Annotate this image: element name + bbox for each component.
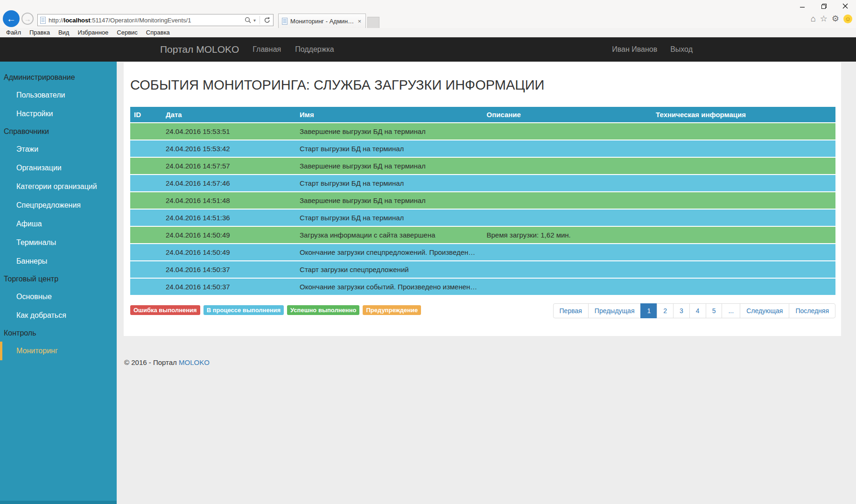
home-icon[interactable]: ⌂ bbox=[811, 14, 816, 24]
table-row: 24.04.2016 15:53:42Старт выгрузки БД на … bbox=[130, 140, 835, 157]
sidebar-section-header: Справочники bbox=[0, 123, 117, 140]
menu-item-Справка[interactable]: Справка bbox=[142, 29, 174, 36]
cell-description bbox=[483, 140, 652, 157]
cell-date: 24.04.2016 14:50:49 bbox=[162, 244, 296, 260]
cell-description bbox=[483, 244, 652, 260]
cell-date: 24.04.2016 15:53:51 bbox=[162, 123, 296, 140]
sidebar-section-header: Торговый центр bbox=[0, 271, 117, 287]
browser-tab[interactable]: Мониторинг - Администр... × bbox=[278, 14, 366, 28]
sidebar-item-Мониторинг[interactable]: Мониторинг bbox=[0, 342, 117, 360]
cell-description bbox=[483, 210, 652, 226]
cell-name: Старт выгрузки БД на терминал bbox=[296, 210, 483, 226]
nav-link-Главная[interactable]: Главная bbox=[246, 45, 288, 54]
search-dropdown-icon[interactable]: ▾ bbox=[253, 18, 256, 23]
sidebar-item-Настройки[interactable]: Настройки bbox=[0, 105, 117, 123]
sidebar-section-header: Администрирование bbox=[0, 69, 117, 86]
gear-icon[interactable]: ⚙ bbox=[832, 14, 839, 24]
main-content: СОБЫТИЯ МОНИТОРИНГА: СЛУЖБА ЗАГРУЗКИ ИНФ… bbox=[117, 62, 856, 504]
refresh-icon[interactable] bbox=[264, 17, 271, 24]
column-header-Имя: Имя bbox=[296, 107, 483, 122]
sidebar-section-header: Контроль bbox=[0, 325, 117, 342]
cell-description bbox=[483, 158, 652, 174]
sidebar-item-Организации[interactable]: Организации bbox=[0, 159, 117, 177]
table-row: 24.04.2016 14:50:37Старт загрузки спецпр… bbox=[130, 261, 835, 278]
sidebar-item-Категории организаций[interactable]: Категории организаций bbox=[0, 177, 117, 196]
url-bar[interactable]: http://localhost:51147/Operator#/Monitor… bbox=[37, 14, 274, 26]
status-legend: Ошибка выполненияВ процессе выполненияУс… bbox=[130, 305, 421, 315]
brand[interactable]: Портал MOLOKO bbox=[160, 44, 239, 55]
menu-item-Правка[interactable]: Правка bbox=[25, 29, 54, 36]
cell-date: 24.04.2016 14:51:48 bbox=[162, 192, 296, 209]
cell-tech bbox=[652, 192, 835, 209]
cell-description: Время загрузки: 1,62 мин. bbox=[483, 227, 652, 243]
pagination-button-Первая[interactable]: Первая bbox=[553, 303, 589, 318]
cell-tech bbox=[652, 244, 835, 260]
pagination-button-Последняя[interactable]: Последняя bbox=[789, 303, 835, 318]
cell-id bbox=[130, 279, 162, 295]
cell-tech bbox=[652, 279, 835, 295]
footer-brand-link[interactable]: MOLOKO bbox=[179, 358, 210, 366]
menu-item-Избранное[interactable]: Избранное bbox=[73, 29, 112, 36]
cell-date: 24.04.2016 15:53:42 bbox=[162, 140, 296, 157]
cell-id bbox=[130, 175, 162, 191]
forward-icon[interactable]: → bbox=[21, 13, 34, 25]
sidebar-item-Этажи[interactable]: Этажи bbox=[0, 140, 117, 159]
logout-link[interactable]: Выход bbox=[664, 45, 699, 54]
pagination-button-5[interactable]: 5 bbox=[706, 303, 723, 318]
new-tab-button[interactable] bbox=[367, 17, 379, 28]
sidebar-item-Терминалы[interactable]: Терминалы bbox=[0, 233, 117, 252]
menu-item-Сервис[interactable]: Сервис bbox=[112, 29, 142, 36]
browser-titlebar bbox=[0, 0, 856, 12]
menu-item-Вид[interactable]: Вид bbox=[54, 29, 74, 36]
page-icon bbox=[40, 17, 46, 24]
nav-link-Поддержка[interactable]: Поддержка bbox=[288, 45, 341, 54]
pagination-button-...[interactable]: ... bbox=[722, 303, 740, 318]
table-row: 24.04.2016 14:51:48Завершение выгрузки Б… bbox=[130, 192, 835, 209]
menu-item-Файл[interactable]: Файл bbox=[2, 29, 25, 36]
cell-id bbox=[130, 158, 162, 174]
pagination-button-Следующая[interactable]: Следующая bbox=[740, 303, 789, 318]
pagination-button-3[interactable]: 3 bbox=[673, 303, 690, 318]
cell-date: 24.04.2016 14:51:36 bbox=[162, 210, 296, 226]
sidebar-item-Как добраться[interactable]: Как добраться bbox=[0, 306, 117, 325]
user-name-link[interactable]: Иван Иванов bbox=[605, 45, 664, 54]
sidebar-item-Пользователи[interactable]: Пользователи bbox=[0, 86, 117, 105]
favorites-star-icon[interactable]: ☆ bbox=[820, 14, 828, 24]
pagination: ПерваяПредыдущая12345...СледующаяПоследн… bbox=[553, 303, 835, 318]
pagination-button-2[interactable]: 2 bbox=[657, 303, 674, 318]
cell-name: Окончание загрузки спецпредложений. Прои… bbox=[296, 244, 483, 260]
back-icon[interactable]: ← bbox=[3, 10, 20, 27]
sidebar-item-Спецпредложения[interactable]: Спецпредложения bbox=[0, 196, 117, 215]
restore-icon[interactable] bbox=[813, 0, 835, 12]
search-icon[interactable] bbox=[245, 17, 252, 24]
pagination-button-Предыдущая[interactable]: Предыдущая bbox=[588, 303, 641, 318]
url-text: http://localhost:51147/Operator#/Monitor… bbox=[49, 17, 245, 24]
pagination-button-4[interactable]: 4 bbox=[689, 303, 706, 318]
cell-id bbox=[130, 261, 162, 278]
cell-name: Старт выгрузки БД на терминал bbox=[296, 140, 483, 157]
cell-tech bbox=[652, 227, 835, 243]
cell-name: Окончание загрузки событий. Произведено … bbox=[296, 279, 483, 295]
feedback-smiley-icon[interactable]: ☺ bbox=[843, 14, 852, 23]
browser-menubar: ФайлПравкаВидИзбранноеСервисСправка bbox=[0, 28, 856, 37]
sidebar-item-Основные[interactable]: Основные bbox=[0, 287, 117, 306]
column-header-Техническая информация: Техническая информация bbox=[652, 107, 835, 122]
close-icon[interactable] bbox=[835, 0, 856, 12]
cell-date: 24.04.2016 14:50:37 bbox=[162, 279, 296, 295]
status-badge: Успешно выполненно bbox=[287, 305, 359, 315]
cell-name: Загрузка информации с сайта завершена bbox=[296, 227, 483, 243]
tab-close-icon[interactable]: × bbox=[357, 18, 362, 25]
table-row: 24.04.2016 14:50:49Загрузка информации с… bbox=[130, 227, 835, 243]
pagination-button-1[interactable]: 1 bbox=[640, 303, 657, 318]
minimize-icon[interactable] bbox=[792, 0, 813, 12]
table-row: 24.04.2016 14:50:37Окончание загрузки со… bbox=[130, 279, 835, 295]
column-header-ID: ID bbox=[130, 107, 162, 122]
app-navbar: Портал MOLOKO ГлавнаяПоддержка Иван Иван… bbox=[0, 37, 856, 62]
sidebar-item-Баннеры[interactable]: Баннеры bbox=[0, 252, 117, 271]
cell-name: Старт загрузки спецпредложений bbox=[296, 261, 483, 278]
cell-id bbox=[130, 140, 162, 157]
cell-description bbox=[483, 123, 652, 140]
cell-tech bbox=[652, 261, 835, 278]
sidebar-item-Афиша[interactable]: Афиша bbox=[0, 215, 117, 233]
cell-tech bbox=[652, 210, 835, 226]
